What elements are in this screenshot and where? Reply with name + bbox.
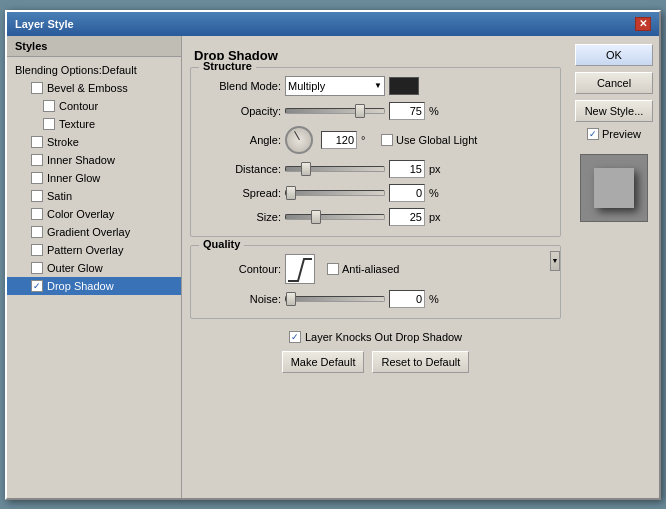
close-button[interactable]: ✕ bbox=[635, 17, 651, 31]
ok-button[interactable]: OK bbox=[575, 44, 653, 66]
quality-title: Quality bbox=[199, 238, 244, 250]
sidebar-item-texture[interactable]: Texture bbox=[7, 115, 181, 133]
contour-control: ▼ bbox=[285, 254, 315, 284]
inner-shadow-check[interactable] bbox=[31, 154, 43, 166]
layer-style-dialog: Layer Style ✕ Styles Blending Options:De… bbox=[5, 10, 661, 500]
sidebar-item-stroke[interactable]: Stroke bbox=[7, 133, 181, 151]
opacity-slider[interactable] bbox=[285, 108, 385, 114]
sidebar-item-outer-glow[interactable]: Outer Glow bbox=[7, 259, 181, 277]
sidebar-item-bevel[interactable]: Bevel & Emboss bbox=[7, 79, 181, 97]
dial-needle-icon bbox=[294, 131, 300, 140]
left-list: Blending Options:Default Bevel & Emboss … bbox=[7, 57, 181, 498]
sidebar-item-drop-shadow[interactable]: ✓ Drop Shadow bbox=[7, 277, 181, 295]
opacity-label: Opacity: bbox=[201, 105, 281, 117]
preview-checkbox-row: ✓ Preview bbox=[575, 128, 653, 140]
blend-mode-label: Blend Mode: bbox=[201, 80, 281, 92]
sidebar-item-inner-glow[interactable]: Inner Glow bbox=[7, 169, 181, 187]
noise-slider[interactable] bbox=[285, 296, 385, 302]
size-input[interactable]: 25 bbox=[389, 208, 425, 226]
noise-row: Noise: 0 % bbox=[201, 290, 550, 308]
reset-default-button[interactable]: Reset to Default bbox=[372, 351, 469, 373]
global-light-checkbox-row: Use Global Light bbox=[381, 134, 477, 146]
outer-glow-check[interactable] bbox=[31, 262, 43, 274]
spread-input[interactable]: 0 bbox=[389, 184, 425, 202]
inner-glow-check[interactable] bbox=[31, 172, 43, 184]
new-style-button[interactable]: New Style... bbox=[575, 100, 653, 122]
noise-unit: % bbox=[429, 293, 445, 305]
spread-row: Spread: 0 % bbox=[201, 184, 550, 202]
opacity-input[interactable]: 75 bbox=[389, 102, 425, 120]
make-default-button[interactable]: Make Default bbox=[282, 351, 365, 373]
bevel-check[interactable] bbox=[31, 82, 43, 94]
size-thumb[interactable] bbox=[311, 210, 321, 224]
size-slider[interactable] bbox=[285, 214, 385, 220]
contour-label: Contour bbox=[59, 100, 98, 112]
sidebar-item-gradient-overlay[interactable]: Gradient Overlay bbox=[7, 223, 181, 241]
distance-thumb[interactable] bbox=[301, 162, 311, 176]
size-row: Size: 25 px bbox=[201, 208, 550, 226]
main-content: Drop Shadow Structure Blend Mode: Multip… bbox=[182, 36, 569, 498]
structure-title: Structure bbox=[199, 60, 256, 72]
sidebar-item-pattern-overlay[interactable]: Pattern Overlay bbox=[7, 241, 181, 259]
noise-input[interactable]: 0 bbox=[389, 290, 425, 308]
cancel-button[interactable]: Cancel bbox=[575, 72, 653, 94]
pattern-overlay-label: Pattern Overlay bbox=[47, 244, 123, 256]
opacity-unit: % bbox=[429, 105, 445, 117]
noise-thumb[interactable] bbox=[286, 292, 296, 306]
layer-knocks-check[interactable]: ✓ bbox=[289, 331, 301, 343]
dialog-body: Styles Blending Options:Default Bevel & … bbox=[7, 36, 659, 498]
distance-row: Distance: 15 px bbox=[201, 160, 550, 178]
distance-unit: px bbox=[429, 163, 445, 175]
contour-check[interactable] bbox=[43, 100, 55, 112]
satin-check[interactable] bbox=[31, 190, 43, 202]
anti-alias-label: Anti-aliased bbox=[342, 263, 399, 275]
sidebar-item-color-overlay[interactable]: Color Overlay bbox=[7, 205, 181, 223]
outer-glow-label: Outer Glow bbox=[47, 262, 103, 274]
opacity-thumb[interactable] bbox=[355, 104, 365, 118]
pattern-overlay-check[interactable] bbox=[31, 244, 43, 256]
contour-thumbnail[interactable] bbox=[285, 254, 315, 284]
drop-shadow-label: Drop Shadow bbox=[47, 280, 114, 292]
sidebar-item-inner-shadow[interactable]: Inner Shadow bbox=[7, 151, 181, 169]
sidebar-item-blending[interactable]: Blending Options:Default bbox=[7, 61, 181, 79]
spread-thumb[interactable] bbox=[286, 186, 296, 200]
buttons-panel: OK Cancel New Style... ✓ Preview bbox=[569, 36, 659, 498]
shadow-color-swatch[interactable] bbox=[389, 77, 419, 95]
texture-check[interactable] bbox=[43, 118, 55, 130]
gradient-overlay-label: Gradient Overlay bbox=[47, 226, 130, 238]
angle-dial[interactable] bbox=[285, 126, 313, 154]
sidebar-item-contour[interactable]: Contour bbox=[7, 97, 181, 115]
contour-dropdown-arrow[interactable]: ▼ bbox=[550, 251, 560, 271]
distance-input[interactable]: 15 bbox=[389, 160, 425, 178]
size-unit: px bbox=[429, 211, 445, 223]
preview-inner bbox=[594, 168, 634, 208]
spread-label: Spread: bbox=[201, 187, 281, 199]
quality-contour-label: Contour: bbox=[201, 263, 281, 275]
blend-select-arrow-icon: ▼ bbox=[374, 81, 382, 90]
opacity-row: Opacity: 75 % bbox=[201, 102, 550, 120]
distance-slider[interactable] bbox=[285, 166, 385, 172]
blend-mode-select[interactable]: Multiply ▼ bbox=[285, 76, 385, 96]
texture-label: Texture bbox=[59, 118, 95, 130]
anti-alias-check[interactable] bbox=[327, 263, 339, 275]
blending-label: Blending Options:Default bbox=[15, 64, 137, 76]
satin-label: Satin bbox=[47, 190, 72, 202]
sidebar-item-satin[interactable]: Satin bbox=[7, 187, 181, 205]
global-light-check[interactable] bbox=[381, 134, 393, 146]
stroke-label: Stroke bbox=[47, 136, 79, 148]
inner-glow-label: Inner Glow bbox=[47, 172, 100, 184]
spread-slider[interactable] bbox=[285, 190, 385, 196]
blend-mode-value: Multiply bbox=[288, 80, 325, 92]
dialog-title: Layer Style bbox=[15, 18, 74, 30]
angle-input[interactable]: 120 bbox=[321, 131, 357, 149]
layer-knocks-row: ✓ Layer Knocks Out Drop Shadow bbox=[190, 331, 561, 343]
stroke-check[interactable] bbox=[31, 136, 43, 148]
title-bar: Layer Style ✕ bbox=[7, 12, 659, 36]
color-overlay-check[interactable] bbox=[31, 208, 43, 220]
gradient-overlay-check[interactable] bbox=[31, 226, 43, 238]
angle-unit: ° bbox=[361, 134, 377, 146]
preview-check[interactable]: ✓ bbox=[587, 128, 599, 140]
drop-shadow-check[interactable]: ✓ bbox=[31, 280, 43, 292]
layer-knocks-label: Layer Knocks Out Drop Shadow bbox=[305, 331, 462, 343]
structure-group: Structure Blend Mode: Multiply ▼ Opacity… bbox=[190, 67, 561, 237]
